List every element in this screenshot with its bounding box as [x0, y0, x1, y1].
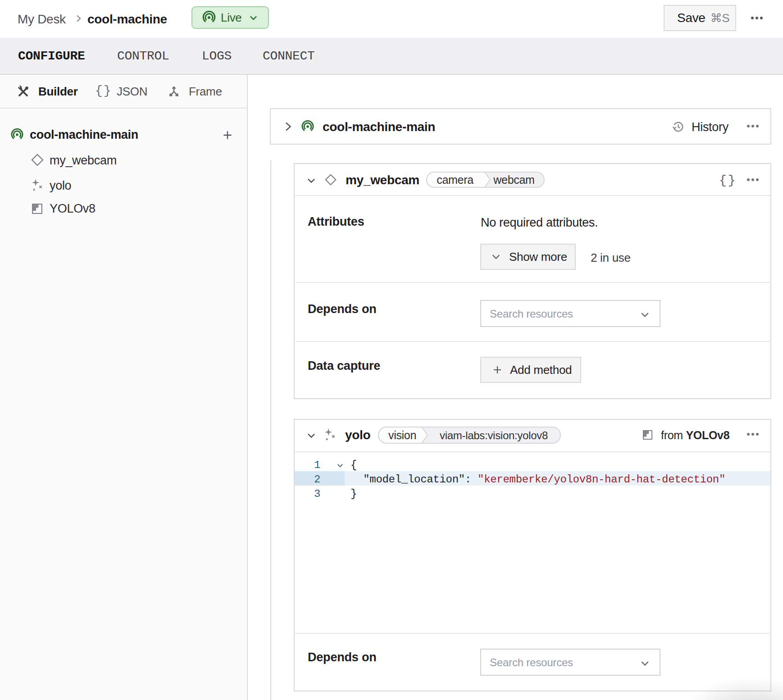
- svg-text:camera: camera: [437, 173, 473, 186]
- svg-text:webcam: webcam: [493, 173, 534, 186]
- svg-text:vision: vision: [388, 429, 416, 441]
- svg-text:viam-labs:vision:yolov8: viam-labs:vision:yolov8: [440, 429, 548, 441]
